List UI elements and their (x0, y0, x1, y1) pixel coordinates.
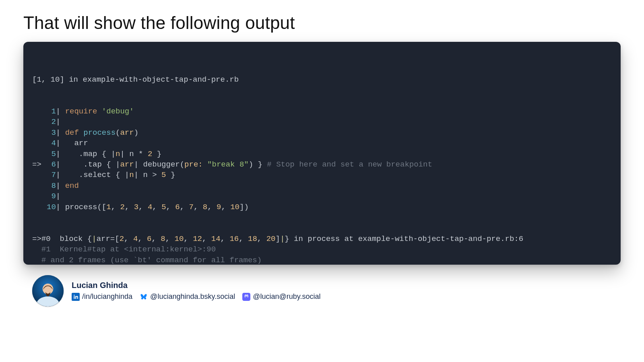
mastodon-icon (242, 293, 250, 301)
code-line: 8| end (23, 181, 621, 191)
author-name: Lucian Ghinda (72, 281, 320, 290)
author-avatar (32, 275, 64, 306)
author-socials: /in/lucianghinda @lucianghinda.bsky.soci… (72, 292, 320, 301)
social-bluesky[interactable]: @lucianghinda.bsky.social (140, 292, 235, 301)
bluesky-handle: @lucianghinda.bsky.social (150, 292, 235, 301)
bluesky-icon (140, 293, 148, 301)
code-line: 5| .map { |n| n * 2 } (23, 149, 621, 159)
code-line: 1| require 'debug' (23, 106, 621, 117)
slide-footer: Lucian Ghinda /in/lucianghinda @luciangh… (23, 275, 621, 306)
slide: That will show the following output [1, … (0, 0, 644, 362)
social-mastodon[interactable]: @lucian@ruby.social (242, 292, 320, 301)
code-line: 4| arr (23, 138, 621, 148)
code-line: 10| process([1, 2, 3, 4, 5, 6, 7, 8, 9, … (23, 202, 621, 212)
stack-line: =>#0 block {|arr=[2, 4, 6, 8, 10, 12, 14… (23, 234, 621, 244)
code-line: => 6| .tap { |arr| debugger(pre: "break … (23, 159, 621, 170)
code-line: 7| .select { |n| n > 5 } (23, 170, 621, 180)
stack-line: # and 2 frames (use `bt' command for all… (23, 255, 621, 265)
code-source-lines: 1| require 'debug' 2| 3| def process(arr… (23, 106, 621, 212)
linkedin-icon (72, 293, 80, 301)
code-block: [1, 10] in example-with-object-tap-and-p… (23, 42, 621, 265)
code-line: 2| (23, 117, 621, 127)
code-header: [1, 10] in example-with-object-tap-and-p… (23, 74, 621, 85)
linkedin-handle: /in/lucianghinda (82, 292, 132, 301)
code-line: 3| def process(arr) (23, 128, 621, 138)
code-stack-lines: =>#0 block {|arr=[2, 4, 6, 8, 10, 12, 14… (23, 234, 621, 265)
svg-point-2 (43, 284, 54, 294)
author-info-column: Lucian Ghinda /in/lucianghinda @luciangh… (72, 281, 320, 301)
mastodon-handle: @lucian@ruby.social (253, 292, 320, 301)
code-line: 9| (23, 191, 621, 202)
slide-title: That will show the following output (23, 13, 621, 33)
social-linkedin[interactable]: /in/lucianghinda (72, 292, 132, 301)
stack-line: #1 Kernel#tap at <internal:kernel>:90 (23, 244, 621, 255)
svg-rect-4 (242, 293, 250, 301)
